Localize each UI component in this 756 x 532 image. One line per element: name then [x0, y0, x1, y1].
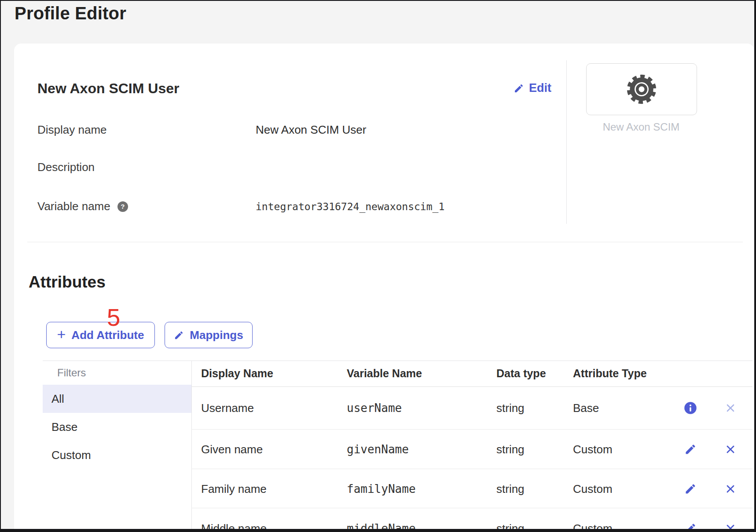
app-logo-caption: New Axon SCIM — [586, 121, 696, 133]
cell-attribute-type: Custom — [573, 522, 613, 529]
display-name-label: Display name — [37, 123, 107, 137]
profile-card: New Axon SCIM User Edit New Axon SCIM Di… — [14, 44, 754, 529]
col-display-name: Display Name — [201, 367, 273, 380]
table-row: Middle name middleName string Custom — [191, 508, 752, 529]
cell-variable-name: familyName — [347, 482, 416, 496]
info-icon — [684, 401, 697, 415]
attributes-table: Display Name Variable Name Data type Att… — [191, 361, 752, 529]
col-data-type: Data type — [496, 367, 546, 380]
vertical-divider — [566, 60, 567, 224]
pencil-icon — [174, 330, 184, 340]
edit-button-label: Edit — [529, 81, 551, 95]
delete-button[interactable] — [723, 521, 738, 529]
filter-item-all[interactable]: All — [43, 385, 191, 413]
cell-attribute-type: Base — [573, 401, 599, 415]
filter-item-base[interactable]: Base — [43, 413, 191, 441]
page-title: Profile Editor — [15, 4, 126, 23]
delete-button — [723, 401, 738, 415]
annotation-step-number: 5 — [100, 306, 127, 330]
filter-item-custom[interactable]: Custom — [43, 441, 191, 469]
filters-label: Filters — [57, 367, 86, 379]
filters-sidebar: Filters All Base Custom — [43, 361, 191, 529]
variable-name-value: integrator3316724_newaxonscim_1 — [256, 201, 444, 212]
edit-attribute-button[interactable] — [683, 442, 698, 457]
cell-data-type: string — [496, 401, 525, 415]
col-variable-name: Variable Name — [347, 367, 422, 380]
edit-attribute-button[interactable] — [683, 521, 698, 529]
cell-display-name: Username — [201, 401, 254, 415]
cell-data-type: string — [496, 443, 525, 456]
pencil-icon — [684, 483, 697, 495]
cell-variable-name: userName — [347, 401, 402, 415]
gear-icon — [624, 71, 660, 107]
edit-button[interactable]: Edit — [514, 81, 551, 95]
field-variable-name: Variable name ? integrator3316724_newaxo… — [37, 200, 128, 213]
filter-item-label: All — [51, 392, 64, 406]
x-icon — [725, 402, 736, 414]
cell-display-name: Middle name — [201, 522, 267, 529]
table-row: Family name familyName string Custom — [191, 469, 752, 508]
delete-button[interactable] — [723, 442, 738, 457]
delete-button[interactable] — [723, 481, 738, 496]
display-name-value: New Axon SCIM User — [256, 123, 366, 137]
info-button[interactable] — [683, 401, 698, 415]
col-attribute-type: Attribute Type — [573, 367, 647, 380]
cell-data-type: string — [496, 482, 525, 496]
pencil-icon — [684, 522, 697, 529]
plus-icon: + — [57, 327, 66, 342]
question-icon[interactable]: ? — [117, 201, 128, 212]
filter-item-label: Base — [51, 420, 77, 434]
x-icon — [725, 444, 736, 455]
table-row: Given name givenName string Custom — [191, 429, 752, 469]
pencil-icon — [684, 443, 697, 455]
cell-variable-name: middleName — [347, 522, 416, 529]
profile-editor-page: { "page": { "title": "Profile Editor" },… — [0, 0, 756, 532]
edit-attribute-button[interactable] — [683, 481, 698, 496]
attributes-heading: Attributes — [29, 273, 106, 292]
cell-display-name: Family name — [201, 482, 267, 496]
cell-attribute-type: Custom — [573, 482, 613, 496]
section-divider — [27, 242, 743, 242]
mappings-button[interactable]: Mappings — [165, 322, 253, 348]
table-row: Username userName string Base — [191, 386, 752, 429]
variable-name-label: Variable name — [37, 200, 110, 213]
cell-attribute-type: Custom — [573, 443, 613, 456]
mappings-button-label: Mappings — [190, 328, 243, 342]
field-display-name: Display name New Axon SCIM User — [37, 123, 107, 137]
cell-display-name: Given name — [201, 443, 263, 456]
cell-data-type: string — [496, 522, 525, 529]
cell-variable-name: givenName — [347, 443, 409, 456]
pencil-icon — [514, 83, 524, 94]
filter-item-label: Custom — [51, 448, 91, 462]
profile-name: New Axon SCIM User — [37, 80, 179, 97]
app-logo-box — [586, 63, 697, 115]
table-header: Display Name Variable Name Data type Att… — [191, 361, 752, 387]
x-icon — [725, 523, 736, 529]
field-description: Description — [37, 160, 95, 174]
description-label: Description — [37, 160, 95, 174]
x-icon — [725, 483, 736, 495]
